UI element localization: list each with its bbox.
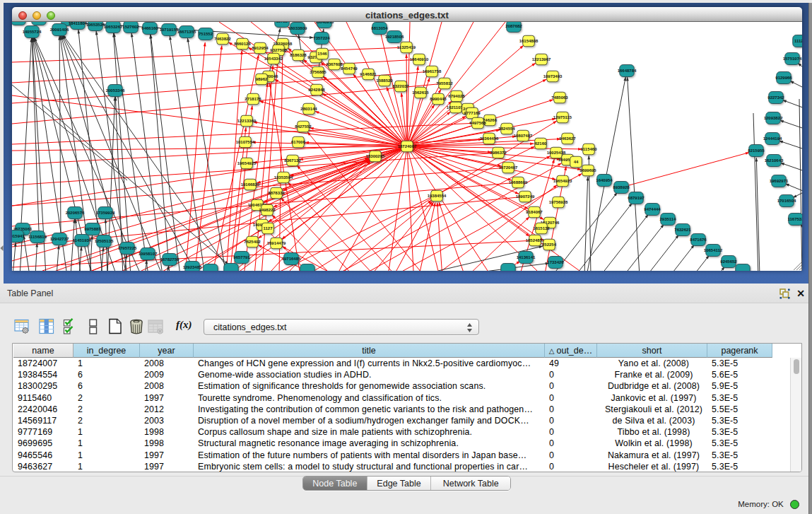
paper-node[interactable]	[501, 264, 516, 271]
cell: 0	[549, 392, 596, 404]
table-row[interactable]: 911546021997Tourette syndrome. Phenomeno…	[13, 392, 790, 404]
node-label: 9129966	[775, 76, 792, 80]
unselect-all-icon[interactable]	[86, 318, 102, 334]
node-label: 44	[574, 160, 579, 164]
paper-node[interactable]	[736, 264, 751, 271]
node-label: 1588520	[376, 78, 393, 83]
table-row[interactable]: 2242004622012Investigating the contribut…	[13, 404, 790, 415]
table-row[interactable]: 1456911722003Disruption of a novel membe…	[13, 415, 790, 426]
column-header-short[interactable]: short	[597, 344, 707, 358]
node-label: 11124	[794, 39, 802, 43]
table-row[interactable]: 1872400712008Changes of HCN gene express…	[13, 358, 790, 369]
red-edge	[12, 47, 406, 62]
node-label: 7357224	[313, 36, 330, 40]
cell: 5.3E-5	[712, 392, 771, 404]
column-header-pagerank[interactable]: pagerank	[707, 344, 772, 358]
paper-node[interactable]	[204, 264, 218, 271]
table-select-dropdown[interactable]: citations_edges.txt	[204, 319, 479, 335]
node-label: 15751074	[783, 57, 802, 61]
red-edge	[407, 146, 488, 271]
node-label: 7986372	[490, 151, 507, 155]
node-label: 12213369	[237, 119, 257, 123]
node-label: 6466160	[141, 26, 158, 30]
cell: Dudbridge et al. (2008)	[601, 380, 706, 392]
node-label: 9657791	[233, 255, 250, 259]
table-row[interactable]: 969969511998Structural magnetic resonanc…	[13, 438, 790, 449]
table-row[interactable]: 946362711997Embryonic stem cells: a mode…	[13, 461, 790, 472]
network-window-titlebar[interactable]: citations_edges.txt	[12, 7, 802, 22]
right-panel-divider[interactable]	[808, 3, 812, 514]
scrollbar-thumb[interactable]	[794, 359, 799, 374]
cell: Wolkin et al. (1998)	[601, 438, 706, 449]
node-label: 9146821	[360, 72, 377, 76]
float-window-icon[interactable]	[779, 288, 790, 299]
network-window-title: citations_edges.txt	[12, 10, 802, 21]
red-edge	[437, 203, 442, 271]
new-column-icon[interactable]	[107, 318, 123, 334]
column-header-name[interactable]: name	[13, 344, 73, 358]
node-label: 14055724	[23, 30, 42, 34]
resize-grip-icon[interactable]	[792, 261, 801, 270]
node-label: 9777169	[464, 111, 481, 115]
node-label: 8938928	[613, 185, 630, 189]
node-table[interactable]: namein_degreeyeartitle△out_de…shortpager…	[12, 343, 802, 472]
cell: 1	[78, 358, 139, 369]
node-label: 6879197	[628, 196, 645, 200]
node-label: 15722	[276, 22, 288, 23]
tab-edge-table[interactable]: Edge Table	[367, 477, 432, 490]
node-label: 8660124	[234, 42, 251, 46]
black-edge	[584, 177, 588, 271]
table-row[interactable]: 977716911998Corpus callosum shape and si…	[13, 426, 790, 438]
node-label: 10654112	[704, 248, 723, 252]
select-all-icon[interactable]	[63, 318, 78, 334]
paper-node[interactable]	[224, 264, 239, 271]
network-window[interactable]: citations_edges.txt 14	[12, 7, 802, 271]
citation-network-graph[interactable]: 1405572420091406184118041065352610653267…	[12, 22, 802, 271]
column-header-title[interactable]: title	[194, 344, 545, 358]
node-label: 1498222	[259, 208, 276, 212]
vertical-scrollbar[interactable]	[790, 358, 801, 472]
delete-table-icon[interactable]	[148, 318, 163, 334]
column-header-label: pagerank	[721, 346, 758, 356]
table-mode-icon[interactable]	[14, 318, 30, 334]
column-header-out_de[interactable]: △out_de…	[545, 344, 597, 358]
tab-network-table[interactable]: Network Table	[431, 477, 510, 490]
node-label: 9184067	[526, 210, 543, 214]
node-label: 18907249	[516, 194, 535, 199]
column-header-year[interactable]: year	[140, 344, 194, 358]
show-columns-icon[interactable]	[39, 318, 54, 334]
column-header-in_degree[interactable]: in_degree	[73, 344, 140, 358]
paper-node[interactable]	[12, 22, 25, 25]
close-icon[interactable]: ✕	[795, 288, 806, 299]
cell: 5.3E-5	[712, 415, 771, 426]
node-label: 14136141	[517, 255, 536, 259]
node-label: 8471676	[690, 238, 707, 242]
cell: Nakamura et al. (1997)	[601, 450, 706, 461]
delete-column-icon[interactable]	[129, 318, 144, 334]
red-edge	[406, 54, 407, 147]
black-edge	[59, 36, 61, 233]
node-label: 2935114	[659, 217, 676, 221]
black-edge	[756, 158, 760, 271]
node-label: 20364456	[480, 136, 499, 141]
node-label: 12923485	[183, 265, 202, 269]
node-label: 20206576	[66, 211, 85, 215]
paper-node[interactable]	[300, 264, 315, 271]
function-builder-icon[interactable]: f(x)	[176, 318, 193, 334]
node-label: 8990443	[430, 97, 447, 101]
table-row[interactable]: 1938455462009Genome-wide association stu…	[13, 369, 790, 380]
network-canvas[interactable]: 1405572420091406184118041065352610653267…	[12, 22, 802, 271]
node-label: 9699695	[579, 168, 596, 173]
paper-node[interactable]	[32, 22, 47, 25]
left-panel-collapse-icon[interactable]	[0, 245, 4, 252]
table-row[interactable]: 946554611997Estimation of the future num…	[13, 450, 790, 461]
node-label: 62160	[535, 141, 547, 146]
node-label: 16914479	[267, 241, 286, 245]
node-label: 2803144	[300, 107, 317, 111]
black-edge	[646, 235, 679, 271]
node-label: 20091406	[50, 28, 69, 32]
cell: Yano et al. (2008)	[601, 358, 706, 369]
tab-node-table[interactable]: Node Table	[303, 477, 367, 490]
table-row[interactable]: 1830029562008Estimation of significance …	[13, 380, 790, 392]
cell: 1997	[144, 461, 192, 472]
